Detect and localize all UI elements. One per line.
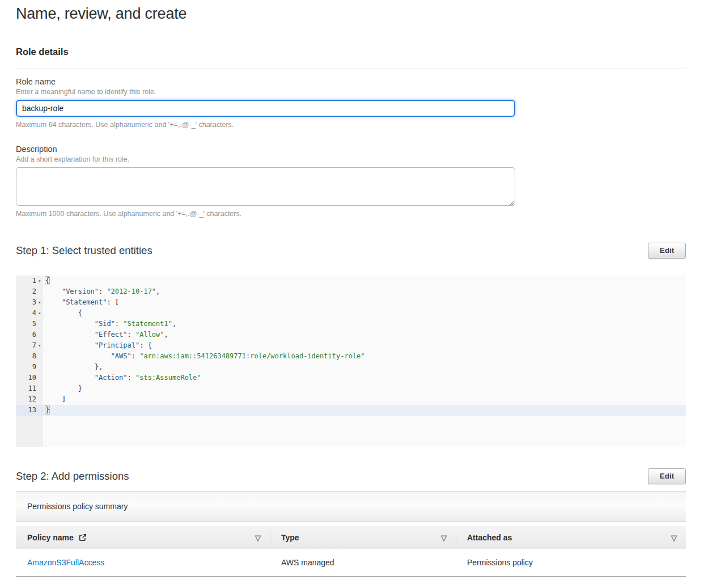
gutter-cell: 9: [16, 362, 43, 373]
code-line-text: "Version": "2012-10-17",: [43, 286, 686, 297]
fold-arrow-icon[interactable]: ▾: [36, 276, 43, 286]
description-label: Description: [16, 145, 686, 154]
description-textarea[interactable]: [16, 167, 515, 206]
permissions-policy-table: Policy name▽Type▽Attached as▽ AmazonS3Fu…: [16, 526, 686, 577]
json-plain-token: ,: [156, 287, 160, 295]
gutter-cell: [16, 416, 43, 447]
code-line[interactable]: 13}: [16, 405, 686, 416]
line-number: 6: [32, 329, 36, 340]
column-header-policy-name[interactable]: Policy name▽: [16, 526, 270, 549]
gutter-cell: 6: [16, 329, 43, 340]
policy-table-header-row: Policy name▽Type▽Attached as▽: [16, 526, 686, 549]
code-line-text: }: [43, 383, 686, 394]
column-header-type[interactable]: Type▽: [270, 526, 456, 549]
line-number: 8: [32, 351, 36, 362]
gutter-cell: 13: [16, 405, 43, 416]
code-line[interactable]: 10 "Action": "sts:AssumeRole": [16, 373, 686, 383]
code-line-text: ]: [43, 394, 686, 405]
json-string-token: "Allow": [135, 331, 164, 339]
json-plain-token: : {: [139, 341, 152, 349]
line-number: 2: [32, 286, 36, 297]
permissions-summary-panel-header: Permissions policy summary: [16, 491, 686, 522]
role-details-heading: Role details: [16, 46, 686, 57]
code-line-text: "Sid": "Statement1",: [43, 319, 686, 329]
role-name-input[interactable]: [16, 100, 515, 117]
column-header-label: Attached as: [467, 533, 512, 542]
json-key-token: "Action": [95, 374, 128, 382]
code-line[interactable]: 9 },: [16, 362, 686, 373]
fold-arrow-icon[interactable]: ▾: [36, 340, 43, 351]
code-line[interactable]: 8 "AWS": "arn:aws:iam::541263489771:role…: [16, 351, 686, 362]
code-line[interactable]: 12 ]: [16, 394, 686, 405]
code-line[interactable]: 11 }: [16, 383, 686, 394]
page-title: Name, review, and create: [16, 5, 686, 23]
column-header-attached-as[interactable]: Attached as▽: [456, 526, 686, 549]
code-line-text: {: [43, 276, 686, 286]
json-plain-token: :: [128, 331, 135, 339]
json-plain-token: ]: [45, 395, 66, 403]
json-key-token: "Statement": [62, 298, 107, 306]
code-line-text: "AWS": "arn:aws:iam::541263489771:role/w…: [43, 351, 686, 362]
code-line-text: {: [43, 308, 686, 319]
code-line[interactable]: 1▾{: [16, 276, 686, 286]
fold-arrow-icon[interactable]: ▾: [36, 308, 43, 319]
json-plain-token: [45, 320, 95, 328]
json-plain-token: ,: [164, 331, 168, 339]
description-hint: Add a short explanation for this role.: [16, 155, 686, 164]
table-row: AmazonS3FullAccessAWS managedPermissions…: [16, 549, 686, 576]
role-name-label: Role name: [16, 77, 686, 87]
gutter-cell: 11: [16, 383, 43, 394]
gutter-cell: 4▾: [16, 308, 43, 319]
json-string-token: "sts:AssumeRole": [135, 374, 201, 382]
filter-dropdown-icon[interactable]: ▽: [671, 534, 677, 542]
line-number: 4: [32, 308, 36, 319]
code-line-text: "Principal": {: [43, 340, 686, 351]
create-role-review-page: Name, review, and create Role details Ro…: [0, 0, 704, 577]
step1-edit-button[interactable]: Edit: [648, 243, 686, 259]
role-name-constraint: Maximum 64 characters. Use alphanumeric …: [16, 121, 686, 129]
step2-edit-button[interactable]: Edit: [648, 468, 686, 484]
description-constraint: Maximum 1000 characters. Use alphanumeri…: [16, 210, 686, 218]
code-line[interactable]: 4▾ {: [16, 308, 686, 319]
section-divider: [16, 69, 686, 69]
json-string-token: "2012-10-17": [107, 287, 156, 295]
json-plain-token: [45, 287, 62, 295]
gutter-cell: 2: [16, 286, 43, 297]
code-line[interactable]: 3▾ "Statement": [: [16, 297, 686, 308]
code-line[interactable]: 5 "Sid": "Statement1",: [16, 319, 686, 329]
json-plain-token: :: [128, 374, 135, 382]
json-plain-token: ,: [172, 320, 176, 328]
json-plain-token: },: [45, 363, 103, 371]
json-plain-token: :: [99, 287, 107, 295]
column-header-label: Policy name: [27, 533, 87, 542]
line-number: 1: [32, 276, 36, 286]
code-line[interactable]: 2 "Version": "2012-10-17",: [16, 286, 686, 297]
json-key-token: "AWS": [111, 352, 132, 360]
json-string-token: "arn:aws:iam::541263489771:role/workload…: [139, 352, 364, 360]
policy-name-link[interactable]: AmazonS3FullAccess: [27, 558, 104, 567]
cell-type: AWS managed: [270, 558, 456, 567]
json-plain-token: [45, 374, 95, 382]
json-plain-token: : [: [107, 298, 119, 306]
code-line[interactable]: 7▾ "Principal": {: [16, 340, 686, 351]
policy-table-body: AmazonS3FullAccessAWS managedPermissions…: [16, 549, 686, 576]
json-plain-token: [45, 341, 95, 349]
trust-policy-code-editor[interactable]: 1▾{2 "Version": "2012-10-17",3▾ "Stateme…: [16, 276, 686, 447]
code-line[interactable]: 6 "Effect": "Allow",: [16, 329, 686, 340]
column-header-label: Type: [281, 533, 299, 542]
line-number: 7: [32, 340, 36, 351]
gutter-cell: 1▾: [16, 276, 43, 286]
gutter-cell: 10: [16, 373, 43, 383]
gutter-cell: 3▾: [16, 297, 43, 308]
editor-empty-area[interactable]: [16, 416, 686, 447]
json-string-token: "Statement1": [123, 320, 172, 328]
json-plain-token: {: [45, 309, 82, 317]
line-number: 11: [28, 383, 36, 394]
json-plain-token: :: [132, 352, 139, 360]
fold-arrow-icon[interactable]: ▾: [36, 297, 43, 308]
json-plain-token: }: [45, 384, 82, 392]
filter-dropdown-icon[interactable]: ▽: [441, 534, 447, 542]
role-name-hint: Enter a meaningful name to identify this…: [16, 88, 686, 96]
step1-header-row: Step 1: Select trusted entities Edit: [16, 242, 686, 259]
filter-dropdown-icon[interactable]: ▽: [255, 534, 261, 542]
